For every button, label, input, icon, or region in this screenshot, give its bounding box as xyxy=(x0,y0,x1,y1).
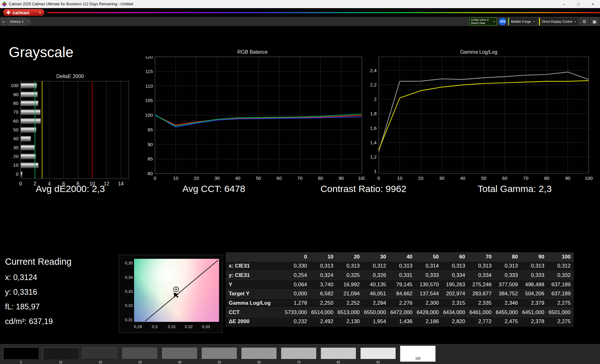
history-options-button[interactable]: » xyxy=(26,19,31,24)
table-cell: 0,064 xyxy=(284,282,310,288)
pattern-patch-30[interactable] xyxy=(122,347,158,359)
window-title: Calman 2025 Calman Ultimate for Business… xyxy=(9,2,557,6)
svg-text:0: 0 xyxy=(16,171,18,177)
svg-text:110: 110 xyxy=(145,83,153,89)
gamma-chart-svg: 010203040506070809010011,21,41,61,822,22… xyxy=(364,56,593,185)
brand-bar: calman ▼ xyxy=(0,8,600,17)
cie-y-tick: 0,35 xyxy=(120,261,133,265)
minimize-button[interactable]: – xyxy=(557,0,571,8)
table-cell: 6472,000 xyxy=(389,309,415,316)
table-cell: 2,276 xyxy=(389,300,415,306)
pattern-patch-0[interactable] xyxy=(3,347,39,359)
svg-text:100: 100 xyxy=(145,112,153,118)
svg-text:60: 60 xyxy=(13,118,18,124)
pattern-patch-label: 90 xyxy=(360,361,396,364)
calman-app-window: Calman 2025 Calman Ultimate for Business… xyxy=(0,0,600,364)
current-reading-title: Current Reading xyxy=(5,257,72,267)
svg-text:50: 50 xyxy=(256,175,261,181)
table-cell: 137,544 xyxy=(416,291,442,297)
svg-text:60: 60 xyxy=(502,175,508,181)
svg-text:115: 115 xyxy=(145,69,153,74)
table-cell: 0,334 xyxy=(468,272,495,278)
svg-text:90: 90 xyxy=(13,92,18,97)
pattern-patch-40[interactable] xyxy=(162,347,198,359)
pattern-patch-80[interactable] xyxy=(321,347,356,359)
meter-select-dropdown[interactable]: X-Rite i1Pro 3 Direct View ▼ xyxy=(469,17,497,26)
cie-y-tick: 0,34 xyxy=(120,275,133,280)
deltae-chart-svg: 024681012141009080706050403020100 xyxy=(8,81,132,189)
table-cell: 6434,000 xyxy=(442,309,468,316)
source-name: Mobile Forge xyxy=(511,20,531,23)
pattern-patch-70[interactable] xyxy=(281,347,317,359)
table-header-cell: 70 xyxy=(468,254,495,260)
table-cell: 0,232 xyxy=(284,318,310,325)
table-cell: 0,313 xyxy=(389,263,415,269)
table-cell: 130,570 xyxy=(416,282,442,288)
svg-text:0: 0 xyxy=(154,175,156,181)
table-cell: 0,254 xyxy=(284,272,310,278)
history-expand-button[interactable]: ▸ xyxy=(1,18,7,25)
table-cell: 637,189 xyxy=(548,291,574,297)
table-cell: 0,333 xyxy=(416,272,442,278)
calman-menu-button[interactable]: calman ▼ xyxy=(3,9,44,16)
svg-text:95: 95 xyxy=(148,127,153,132)
pattern-patch-10[interactable] xyxy=(43,347,78,359)
table-cell: 6550,000 xyxy=(363,309,389,316)
reading-y: y: 0,3316 xyxy=(5,288,37,297)
svg-text:100: 100 xyxy=(585,175,592,181)
tab-history-1[interactable]: History 1 xyxy=(8,18,26,25)
table-cell: 2,130 xyxy=(337,318,363,325)
cie-x-tick: 0,33 xyxy=(202,324,210,329)
table-cell: 2,284 xyxy=(363,300,389,306)
pattern-patch-20[interactable] xyxy=(82,347,118,359)
table-cell: 0,314 xyxy=(416,263,442,269)
gamma-chart-title: Gamma Log/Log xyxy=(364,49,593,56)
svg-text:80: 80 xyxy=(148,171,153,176)
table-cell: 637,189 xyxy=(548,282,574,288)
table-header-cell: 80 xyxy=(495,254,521,260)
pattern-patch-label: 100 xyxy=(400,357,436,360)
source-select-dropdown[interactable]: Mobile Forge ▼ xyxy=(508,17,537,26)
svg-text:30: 30 xyxy=(13,145,18,150)
maximize-button[interactable]: □ xyxy=(571,0,586,8)
svg-text:10: 10 xyxy=(173,175,178,181)
table-cell: 283,677 xyxy=(468,291,495,297)
deltae-chart-title: DeltaE 2000 xyxy=(8,74,132,81)
table-header-cell: 20 xyxy=(337,254,363,260)
table-cell: 6513,000 xyxy=(337,309,363,316)
grayscale-data-table: 0102030405060708090100x: CIE310,3300,313… xyxy=(226,252,574,327)
cie-x-tick: 0,3 xyxy=(152,324,158,329)
reading-cdm2: cd/m²: 637,19 xyxy=(5,317,53,326)
meter-name: X-Rite i1Pro 3 xyxy=(471,18,492,22)
table-cell: 2,772 xyxy=(468,318,495,325)
table-header-cell: 10 xyxy=(310,254,336,260)
table-cell: 0,334 xyxy=(442,272,468,278)
toolbar: ▸ History 1 » X-Rite i1Pro 3 Direct View… xyxy=(0,17,600,26)
table-header-cell: 0 xyxy=(284,254,310,260)
settings-button[interactable]: ⚙ xyxy=(580,17,588,26)
table-cell: 2,346 xyxy=(495,300,521,306)
svg-text:20: 20 xyxy=(418,175,423,181)
table-cell: 0,333 xyxy=(495,272,521,278)
pattern-patch-50[interactable] xyxy=(202,347,237,359)
table-row-label: Gamma Log/Log xyxy=(226,300,284,306)
table-cell: 16,992 xyxy=(337,282,363,288)
pattern-patch-60[interactable] xyxy=(241,347,277,359)
display-settings-button[interactable]: ▣ xyxy=(590,17,598,26)
pattern-patch-label: 30 xyxy=(122,361,158,364)
display-control-dropdown[interactable]: Direct Display Control ▼ xyxy=(539,17,578,26)
table-cell: 1,278 xyxy=(284,300,310,306)
pattern-patch-90[interactable] xyxy=(360,347,396,359)
table-cell: 6514,000 xyxy=(310,309,336,316)
chevron-down-icon: ▼ xyxy=(493,21,495,23)
pattern-patch-label: 40 xyxy=(162,361,198,364)
table-cell: 2,378 xyxy=(521,318,547,325)
meter-count-badge: 479 xyxy=(499,18,506,25)
table-cell: 2,252 xyxy=(337,300,363,306)
table-cell: 0,313 xyxy=(468,263,495,269)
table-cell: 0,312 xyxy=(363,263,389,269)
svg-text:1,2: 1,2 xyxy=(370,154,377,160)
svg-text:80: 80 xyxy=(13,101,18,106)
close-button[interactable]: × xyxy=(586,0,600,8)
table-cell: 0,313 xyxy=(495,263,521,269)
